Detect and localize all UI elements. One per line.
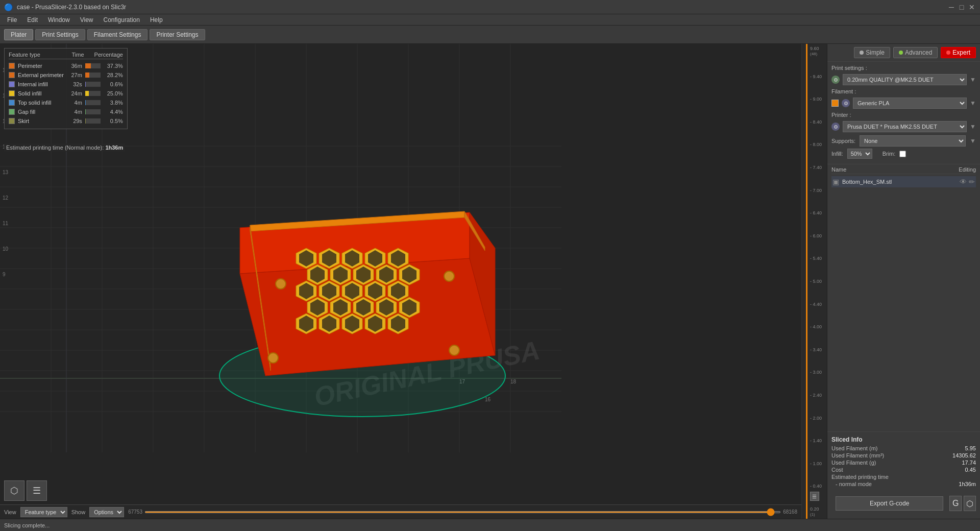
print-settings-label: Print settings : xyxy=(831,65,867,71)
printer-select-row: ⚙ Prusa DUET * Prusa MK2.5S DUET ▼ xyxy=(831,121,976,132)
menu-help[interactable]: Help xyxy=(145,14,168,26)
show-label: Show xyxy=(71,509,86,515)
object-edit-icon[interactable]: ✏ xyxy=(969,178,975,186)
export-icon-btn-1[interactable]: G xyxy=(949,496,962,511)
feature-color-swatch xyxy=(9,109,15,115)
print-settings-icon: ⚙ xyxy=(831,76,840,84)
feature-type-row: Perimeter 36m 37.3% xyxy=(9,61,123,70)
used-filament-g-label: Used Filament (g) xyxy=(831,460,876,466)
printer-label: Printer : xyxy=(831,112,860,118)
simple-mode-button[interactable]: Simple xyxy=(854,47,890,58)
infill-select[interactable]: 50% xyxy=(847,149,872,159)
view-select[interactable]: Feature type xyxy=(20,507,67,517)
infill-brim-row: Infill: 50% Brim: xyxy=(831,149,976,159)
feature-pct: 4.4% xyxy=(104,109,123,115)
supports-select[interactable]: None xyxy=(860,135,966,147)
svg-point-92 xyxy=(444,271,454,281)
3d-view-button[interactable]: ⬡ xyxy=(4,480,24,501)
brim-checkbox[interactable] xyxy=(899,151,906,157)
tab-print-settings[interactable]: Print Settings xyxy=(35,29,85,40)
feature-name: Top solid infill xyxy=(18,100,64,106)
tab-plater[interactable]: Plater xyxy=(4,29,33,40)
feature-name: External perimeter xyxy=(18,72,64,78)
sliced-info-panel: Sliced Info Used Filament (m) 5.95 Used … xyxy=(827,431,980,492)
export-row: Export G-code G ⬡ xyxy=(827,492,980,519)
layer-icon[interactable]: ☰ xyxy=(810,492,819,501)
printer-select[interactable]: Prusa DUET * Prusa MK2.5S DUET xyxy=(843,121,967,132)
titlebar: 🔵 case - PrusaSlicer-2.3.0 based on Slic… xyxy=(0,0,980,14)
est-print-time-row: Estimated printing time xyxy=(831,474,976,480)
minimize-button[interactable]: ─ xyxy=(947,3,955,11)
3d-viewport[interactable]: 17 16 15 14 13 12 11 10 9 17 18 16 xyxy=(0,44,801,519)
feature-rows: Perimeter 36m 37.3% External perimeter 2… xyxy=(9,61,123,126)
name-column-header: Name xyxy=(831,166,846,173)
feature-name: Perimeter xyxy=(18,63,64,69)
cost-value: 0.45 xyxy=(965,467,976,473)
feature-name: Skirt xyxy=(18,118,64,124)
svg-text:9: 9 xyxy=(3,272,6,277)
feature-header: Feature type Time Percentage xyxy=(9,52,123,59)
print-settings-select-row: ⚙ 0.20mm QUALITY @MK2.5 DUET ▼ xyxy=(831,74,976,85)
feature-bar xyxy=(85,100,86,105)
feature-color-swatch xyxy=(9,81,15,87)
used-filament-m-value: 5.95 xyxy=(965,445,976,451)
menu-configuration[interactable]: Configuration xyxy=(99,14,145,26)
feature-bar-container xyxy=(85,109,101,114)
feature-type-row: Solid infill 24m 25.0% xyxy=(9,89,123,98)
printer-label-row: Printer : xyxy=(831,112,976,118)
window-title: case - PrusaSlicer-2.3.0 based on Slic3r xyxy=(17,4,126,11)
cost-label: Cost xyxy=(831,467,843,473)
menu-file[interactable]: File xyxy=(2,14,22,26)
menu-edit[interactable]: Edit xyxy=(22,14,43,26)
feature-time: 29s xyxy=(67,118,82,124)
panel-spacer xyxy=(827,189,980,431)
feature-bar-container xyxy=(85,118,101,124)
tab-printer-settings[interactable]: Printer Settings xyxy=(150,29,205,40)
feature-type-row: Top solid infill 4m 3.8% xyxy=(9,98,123,107)
expert-mode-button[interactable]: Expert xyxy=(941,47,976,58)
layer-slider[interactable] xyxy=(144,511,781,513)
used-filament-m-label: Used Filament (m) xyxy=(831,445,877,451)
feature-color-swatch xyxy=(9,118,15,124)
filament-select[interactable]: Generic PLA xyxy=(853,98,967,109)
close-button[interactable]: ✕ xyxy=(968,3,976,11)
svg-point-93 xyxy=(268,353,278,363)
brim-label: Brim: xyxy=(883,151,896,157)
show-select[interactable]: Options xyxy=(89,507,124,517)
advanced-mode-button[interactable]: Advanced xyxy=(893,47,938,58)
object-actions: 👁 ✏ xyxy=(960,178,975,186)
used-filament-g-row: Used Filament (g) 17.74 xyxy=(831,460,976,466)
feature-type-row: External perimeter 27m 28.2% xyxy=(9,70,123,80)
layer-view-button[interactable]: ☰ xyxy=(27,480,47,501)
feature-time: 27m xyxy=(67,72,82,78)
feature-pct: 3.8% xyxy=(104,100,123,106)
feature-pct: 0.5% xyxy=(104,118,123,124)
feature-pct: 37.3% xyxy=(104,63,123,69)
tab-filament-settings[interactable]: Filament Settings xyxy=(87,29,148,40)
mode-buttons-bar: Simple Advanced Expert xyxy=(827,44,980,62)
menu-window[interactable]: Window xyxy=(43,14,75,26)
slider-min-val: 67753 xyxy=(128,509,142,515)
used-filament-g-value: 17.74 xyxy=(962,460,976,466)
orange-axis-line xyxy=(806,44,807,519)
export-gcode-button[interactable]: Export G-code xyxy=(836,496,943,511)
feature-color-swatch xyxy=(9,90,15,96)
maximize-button[interactable]: □ xyxy=(958,3,966,11)
time-col: Time xyxy=(72,52,84,58)
feature-bar xyxy=(85,73,89,78)
viewport-bottom-bar: View Feature type Show Options 67753 681… xyxy=(0,504,801,519)
feature-bar-container xyxy=(85,73,101,78)
feature-bar xyxy=(85,109,86,114)
window-controls[interactable]: ─ □ ✕ xyxy=(947,3,976,11)
infill-label: Infill: xyxy=(831,151,843,157)
main-content: 17 16 15 14 13 12 11 10 9 17 18 16 xyxy=(0,44,980,519)
export-icon-btn-2[interactable]: ⬡ xyxy=(964,496,976,511)
statusbar: Slicing complete... xyxy=(0,519,980,531)
percentage-col: Percentage xyxy=(94,52,123,58)
menu-view[interactable]: View xyxy=(75,14,99,26)
feature-time: 24m xyxy=(67,90,82,96)
used-filament-mm3-row: Used Filament (mm³) 14305.62 xyxy=(831,452,976,458)
print-settings-select[interactable]: 0.20mm QUALITY @MK2.5 DUET xyxy=(843,74,967,85)
toolbar: Plater Print Settings Filament Settings … xyxy=(0,26,980,44)
object-visibility-icon[interactable]: 👁 xyxy=(960,178,967,186)
